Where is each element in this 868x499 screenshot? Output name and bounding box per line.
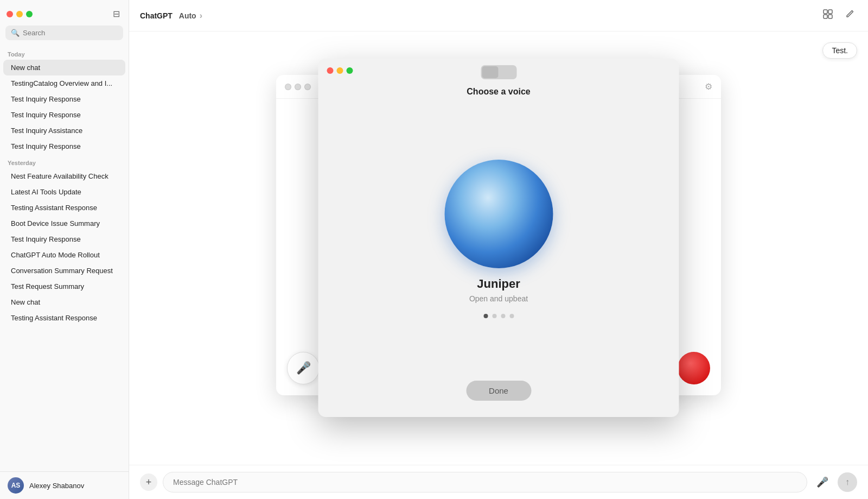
sidebar-item-conversation-summary[interactable]: Conversation Summary Request bbox=[3, 263, 125, 279]
svg-rect-2 bbox=[824, 15, 827, 18]
red-orb[interactable] bbox=[678, 352, 710, 384]
section-label-yesterday: Yesterday bbox=[0, 154, 129, 168]
sidebar-item-nest-feature[interactable]: Nest Feature Availability Check bbox=[3, 168, 125, 184]
test-bubble[interactable]: Test. bbox=[822, 42, 857, 59]
search-input[interactable] bbox=[23, 29, 118, 37]
sidebar-item-testing-assistant-1[interactable]: Testing Assistant Response bbox=[3, 200, 125, 216]
header-right bbox=[820, 7, 857, 24]
voice-dot-3[interactable] bbox=[501, 314, 505, 318]
minimize-button[interactable] bbox=[16, 11, 23, 17]
sidebar: ⊟ 🔍 Today New chat TestingCatalog Overvi… bbox=[0, 0, 129, 499]
sidebar-item-chatgpt-auto[interactable]: ChatGPT Auto Mode Rollout bbox=[3, 247, 125, 263]
app-title-text: ChatGPT bbox=[140, 11, 173, 20]
panels-icon bbox=[822, 9, 833, 20]
user-name: Alexey Shabanov bbox=[29, 482, 84, 490]
sidebar-item-testing-catalog[interactable]: TestingCatalog Overview and I... bbox=[3, 75, 125, 91]
modal-maximize-button[interactable] bbox=[347, 67, 353, 74]
voice-dots-indicator bbox=[483, 314, 514, 318]
svg-rect-1 bbox=[828, 10, 832, 14]
bg-traffic-lights bbox=[285, 84, 311, 90]
sidebar-item-test-inquiry-2[interactable]: Test Inquiry Response bbox=[3, 107, 125, 123]
close-button[interactable] bbox=[7, 11, 13, 17]
nav-pill-2[interactable] bbox=[499, 66, 515, 78]
sidebar-item-new-chat-2[interactable]: New chat bbox=[3, 294, 125, 310]
send-button[interactable]: ↑ bbox=[838, 472, 857, 492]
sidebar-item-test-inquiry-1[interactable]: Test Inquiry Response bbox=[3, 91, 125, 107]
voice-orb[interactable] bbox=[444, 160, 553, 268]
bg-close-dot[interactable] bbox=[285, 84, 291, 90]
nav-pill-1[interactable] bbox=[482, 66, 498, 78]
voice-dot-2[interactable] bbox=[492, 314, 496, 318]
app-title: ChatGPT Auto › bbox=[140, 11, 202, 21]
avatar: AS bbox=[8, 477, 24, 494]
search-icon: 🔍 bbox=[11, 29, 20, 37]
sidebar-item-testing-assistant-2[interactable]: Testing Assistant Response bbox=[3, 310, 125, 326]
main-header: ChatGPT Auto › bbox=[129, 0, 868, 31]
filter-icon[interactable]: ⚙ bbox=[705, 82, 712, 91]
sidebar-item-test-inquiry-3[interactable]: Test Inquiry Response bbox=[3, 138, 125, 154]
main-body: Test. ⚙ 🎤 bbox=[129, 31, 868, 465]
sidebar-item-test-request[interactable]: Test Request Summary bbox=[3, 279, 125, 294]
svg-rect-3 bbox=[828, 15, 832, 18]
message-input[interactable] bbox=[163, 472, 807, 492]
traffic-lights bbox=[7, 11, 33, 17]
sidebar-toggle-button[interactable]: ⊟ bbox=[111, 7, 122, 21]
panels-button[interactable] bbox=[820, 7, 835, 24]
choose-voice-title: Choose a voice bbox=[318, 83, 679, 97]
sidebar-item-latest-ai[interactable]: Latest AI Tools Update bbox=[3, 184, 125, 200]
app-subtitle-text: Auto bbox=[179, 11, 196, 20]
voice-dot-4[interactable] bbox=[509, 314, 514, 318]
svg-rect-0 bbox=[824, 10, 827, 14]
sidebar-item-test-inquiry-assistance[interactable]: Test Inquiry Assistance bbox=[3, 123, 125, 138]
modal-minimize-button[interactable] bbox=[337, 67, 343, 74]
mic-input-button[interactable]: 🎤 bbox=[813, 472, 832, 492]
inner-titlebar bbox=[318, 59, 679, 83]
modal-close-button[interactable] bbox=[327, 67, 334, 74]
sidebar-item-new-chat-today[interactable]: New chat bbox=[3, 60, 125, 75]
voice-choice-modal: Choose a voice Juniper Open and upbeat D… bbox=[318, 59, 679, 417]
chevron-icon: › bbox=[200, 11, 202, 21]
maximize-button[interactable] bbox=[26, 11, 33, 17]
sidebar-item-test-inquiry-4[interactable]: Test Inquiry Response bbox=[3, 231, 125, 247]
inner-traffic-lights bbox=[327, 67, 353, 74]
sidebar-content: Today New chat TestingCatalog Overview a… bbox=[0, 46, 129, 471]
bg-window-controls: ⚙ bbox=[705, 81, 712, 92]
voice-dot-1[interactable] bbox=[483, 314, 488, 318]
search-bar: 🔍 bbox=[5, 26, 123, 40]
edit-button[interactable] bbox=[842, 7, 857, 24]
section-label-today: Today bbox=[0, 46, 129, 60]
edit-icon bbox=[844, 9, 855, 20]
voice-description: Open and upbeat bbox=[469, 294, 528, 303]
sidebar-top-bar: ⊟ bbox=[0, 0, 129, 26]
mic-circle-button[interactable]: 🎤 bbox=[287, 352, 320, 384]
bg-minimize-dot[interactable] bbox=[295, 84, 301, 90]
bg-maximize-dot[interactable] bbox=[304, 84, 311, 90]
main-area: ChatGPT Auto › Test. bbox=[129, 0, 868, 499]
voice-name: Juniper bbox=[477, 277, 520, 291]
add-attachment-button[interactable]: + bbox=[140, 473, 157, 491]
sidebar-footer: AS Alexey Shabanov bbox=[0, 471, 129, 499]
main-input-bar: + 🎤 ↑ bbox=[129, 465, 868, 499]
sidebar-item-boot-device[interactable]: Boot Device Issue Summary bbox=[3, 216, 125, 231]
done-button[interactable]: Done bbox=[466, 381, 531, 401]
voice-avatar-area: Juniper Open and upbeat bbox=[318, 97, 679, 381]
